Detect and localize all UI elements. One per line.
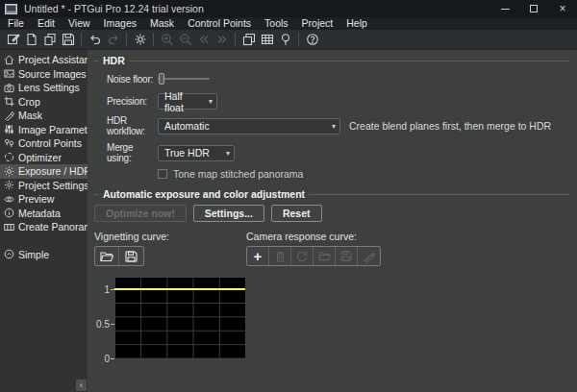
menu-edit[interactable]: Edit: [31, 17, 62, 30]
sidebar-item-control-points[interactable]: Control Points: [0, 136, 88, 151]
menu-help[interactable]: Help: [339, 17, 374, 30]
title-bar: Untitled * - PTGui Pro 12.24 trial versi…: [0, 0, 577, 17]
hdr-workflow-select[interactable]: Automatic ▾: [158, 118, 340, 135]
sidebar-item-image-parameters[interactable]: Image Parameters: [0, 123, 88, 137]
sidebar-collapse-button[interactable]: ‹: [76, 380, 87, 391]
y-tick-mark: [111, 358, 114, 359]
help-button[interactable]: [303, 32, 321, 48]
pencil-icon: [364, 251, 375, 262]
next-icon: [215, 33, 229, 46]
redo-button[interactable]: [104, 32, 122, 48]
optimize-now-button[interactable]: Optimize now!: [94, 205, 187, 222]
home-icon: [3, 54, 15, 65]
duplicate-project-button[interactable]: [40, 32, 59, 48]
sidebar-item-create-panorama[interactable]: Create Panorama: [0, 220, 88, 234]
noise-floor-slider[interactable]: [158, 72, 210, 86]
chart-plot-area: [114, 278, 245, 358]
folder-icon: [318, 251, 331, 261]
sidebar-item-preview[interactable]: Preview: [0, 192, 88, 207]
detail-grid-icon: [261, 33, 274, 46]
tonemap-row: Tone map stitched panorama: [94, 168, 569, 180]
precision-row: Precision: Half float ▾: [94, 93, 569, 110]
sidebar-item-source-images[interactable]: Source Images: [0, 67, 88, 82]
reset-curve-button[interactable]: [291, 247, 314, 265]
chart-y-axis: 1 0.5 0: [94, 278, 114, 358]
toolbar-separator: [81, 33, 82, 46]
curves-section: Vignetting curve: Camera response curve:…: [94, 231, 569, 266]
settings-gear-icon: [134, 33, 147, 46]
help-icon: [306, 33, 319, 46]
load-curve-button[interactable]: [314, 247, 336, 265]
dashed-circle-icon: [3, 152, 15, 163]
merge-using-select[interactable]: True HDR ▾: [158, 145, 235, 161]
y-tick-label: 1: [104, 284, 110, 295]
menu-file[interactable]: File: [1, 17, 31, 30]
sidebar-item-crop[interactable]: Crop: [0, 95, 88, 110]
sidebar-item-lens-settings[interactable]: Lens Settings: [0, 81, 88, 95]
open-project-button[interactable]: [22, 32, 40, 48]
toolbar-separator: [126, 33, 127, 46]
sidebar-item-exposure-hdr[interactable]: Exposure / HDR: [0, 164, 88, 179]
menu-mask[interactable]: Mask: [143, 17, 181, 30]
zoom-out-button[interactable]: [176, 32, 194, 48]
minimize-button[interactable]: [490, 0, 519, 17]
previous-button[interactable]: [194, 32, 213, 48]
floppy-save-icon: [125, 251, 138, 262]
toolbar: [0, 30, 577, 50]
chevron-up-circle-icon: [3, 249, 15, 260]
tonemap-label: Tone map stitched panorama: [173, 168, 303, 180]
panorama-icon: [3, 221, 15, 233]
undo-icon: [88, 33, 102, 46]
detail-grid-button[interactable]: [258, 32, 276, 48]
edit-curve-button[interactable]: [358, 247, 380, 265]
undo-button[interactable]: [86, 32, 104, 48]
trash-icon: [275, 251, 286, 262]
menu-images[interactable]: Images: [97, 17, 143, 30]
sidebar-item-simple[interactable]: Simple: [0, 248, 88, 262]
sidebar-item-optimizer[interactable]: Optimizer: [0, 151, 88, 165]
chevron-down-icon: ▾: [226, 149, 230, 158]
y-tick-label: 0: [104, 354, 110, 364]
sidebar-item-project-settings[interactable]: Project Settings: [0, 179, 88, 193]
camera-response-column: Camera response curve: +: [246, 231, 381, 266]
save-curve-button[interactable]: [336, 247, 358, 265]
menu-view[interactable]: View: [62, 17, 97, 30]
merge-using-value: True HDR: [164, 147, 210, 159]
maximize-button[interactable]: [519, 0, 548, 17]
load-vignetting-button[interactable]: [95, 247, 119, 265]
settings-dialog-button[interactable]: Settings...: [193, 205, 264, 222]
close-button[interactable]: ×: [548, 0, 577, 17]
y-tick-label: 0.5: [96, 319, 110, 330]
save-vignetting-button[interactable]: [119, 247, 143, 265]
vignetting-curve-toolbar: [94, 246, 144, 266]
sidebar-item-metadata[interactable]: Metadata: [0, 207, 88, 221]
app-logo-icon: [5, 4, 18, 14]
panorama-editor-icon: [242, 33, 256, 46]
menu-project[interactable]: Project: [295, 17, 340, 30]
vignetting-curve-column: Vignetting curve:: [94, 231, 246, 266]
menu-control-points[interactable]: Control Points: [181, 17, 258, 30]
precision-select[interactable]: Half float ▾: [158, 93, 217, 110]
reset-button[interactable]: Reset: [271, 205, 322, 222]
minimize-icon: [501, 9, 510, 10]
noise-floor-row: Noise floor:: [94, 71, 569, 86]
close-icon: ×: [559, 4, 565, 13]
panorama-editor-button[interactable]: [239, 32, 258, 48]
sidebar-item-project-assistant[interactable]: Project Assistant: [0, 53, 88, 67]
menu-tools[interactable]: Tools: [258, 17, 295, 30]
tonemap-checkbox[interactable]: [158, 169, 167, 179]
delete-curve-button[interactable]: [269, 247, 291, 265]
new-project-button[interactable]: [4, 32, 22, 48]
slider-thumb[interactable]: [159, 73, 164, 85]
next-button[interactable]: [213, 32, 231, 48]
duplicate-project-icon: [43, 33, 57, 46]
zoom-in-icon: [161, 33, 174, 46]
sidebar-item-mask[interactable]: Mask: [0, 109, 88, 123]
settings-button[interactable]: [131, 32, 149, 48]
assistant-bulb-button[interactable]: [276, 32, 294, 48]
camera-response-toolbar: +: [246, 246, 381, 266]
save-project-button[interactable]: [59, 32, 77, 48]
add-curve-button[interactable]: +: [247, 247, 269, 265]
zoom-in-button[interactable]: [158, 32, 176, 48]
maximize-icon: [530, 5, 538, 12]
